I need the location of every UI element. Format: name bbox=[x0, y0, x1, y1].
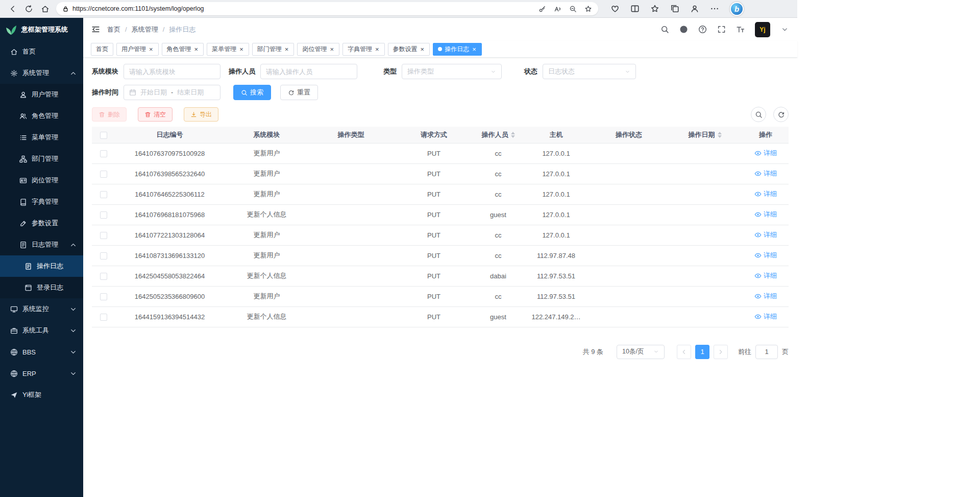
sidebar-item[interactable]: 部门管理 bbox=[0, 148, 83, 170]
url-text[interactable]: https://ccnetcore.com:1101/system/log/op… bbox=[72, 5, 531, 12]
app-logo[interactable]: 意框架管理系统 bbox=[0, 18, 83, 41]
next-page-button[interactable] bbox=[714, 345, 728, 359]
browser-essentials-icon[interactable] bbox=[610, 4, 620, 13]
sidebar-item[interactable]: 日志管理 bbox=[0, 234, 83, 255]
profile-icon[interactable] bbox=[690, 4, 699, 13]
clear-button[interactable]: 清空 bbox=[138, 107, 173, 122]
sidebar-item[interactable]: 用户管理 bbox=[0, 84, 83, 105]
detail-link[interactable]: 详细 bbox=[754, 251, 777, 260]
sidebar-item[interactable]: 角色管理 bbox=[0, 105, 83, 127]
sidebar-item[interactable]: 首页 bbox=[0, 41, 83, 62]
prev-page-button[interactable] bbox=[677, 345, 691, 359]
breadcrumb-item[interactable]: 系统管理 bbox=[132, 25, 158, 34]
favorite-star-icon[interactable] bbox=[584, 5, 592, 13]
detail-link[interactable]: 详细 bbox=[754, 190, 777, 199]
sort-carets-icon[interactable] bbox=[718, 132, 722, 138]
sidebar-item[interactable]: BBS bbox=[0, 341, 83, 363]
column-header[interactable]: 操作人员 bbox=[475, 127, 522, 143]
breadcrumb-item[interactable]: 首页 bbox=[107, 25, 120, 34]
status-select[interactable]: 日志状态 bbox=[543, 64, 636, 79]
fullscreen-icon[interactable] bbox=[717, 25, 726, 34]
collections-icon[interactable] bbox=[670, 4, 679, 13]
close-icon[interactable]: × bbox=[420, 46, 425, 53]
detail-link[interactable]: 详细 bbox=[754, 149, 777, 158]
row-checkbox[interactable] bbox=[100, 191, 107, 198]
operator-input[interactable] bbox=[260, 64, 357, 79]
search-button[interactable]: 搜索 bbox=[233, 85, 271, 100]
table-refresh-button[interactable] bbox=[773, 107, 789, 122]
favorites-bar-icon[interactable] bbox=[650, 4, 659, 13]
address-bar[interactable]: https://ccnetcore.com:1101/system/log/op… bbox=[56, 2, 598, 15]
delete-button[interactable]: 删除 bbox=[92, 107, 127, 122]
sidebar-item[interactable]: 字典管理 bbox=[0, 191, 83, 212]
close-icon[interactable]: × bbox=[329, 46, 334, 53]
sidebar-item[interactable]: 系统工具 bbox=[0, 320, 83, 341]
page-number-button[interactable]: 1 bbox=[695, 345, 709, 359]
sidebar-item[interactable]: 系统监控 bbox=[0, 298, 83, 320]
close-icon[interactable]: × bbox=[375, 46, 380, 53]
browser-home-icon[interactable] bbox=[38, 2, 52, 16]
sidebar-item[interactable]: 操作日志 bbox=[0, 255, 83, 277]
tab[interactable]: 菜单管理× bbox=[207, 43, 249, 56]
row-checkbox[interactable] bbox=[100, 273, 107, 280]
row-checkbox[interactable] bbox=[100, 293, 107, 300]
sort-carets-icon[interactable] bbox=[511, 132, 515, 138]
sidebar-item[interactable]: 登录日志 bbox=[0, 277, 83, 298]
key-icon[interactable] bbox=[538, 5, 546, 13]
tab[interactable]: 岗位管理× bbox=[297, 43, 339, 56]
font-size-icon[interactable] bbox=[736, 25, 745, 34]
reload-icon[interactable] bbox=[21, 2, 36, 16]
table-search-button[interactable] bbox=[751, 107, 766, 122]
tab[interactable]: 角色管理× bbox=[162, 43, 204, 56]
sidebar-item[interactable]: 系统管理 bbox=[0, 62, 83, 84]
detail-link[interactable]: 详细 bbox=[754, 230, 777, 240]
tab[interactable]: 首页 bbox=[91, 43, 113, 56]
row-checkbox[interactable] bbox=[100, 211, 107, 219]
module-input[interactable] bbox=[124, 64, 220, 79]
question-icon[interactable] bbox=[698, 25, 707, 34]
date-range-input[interactable]: 开始日期 - 结束日期 bbox=[124, 85, 220, 100]
zoom-out-icon[interactable] bbox=[569, 5, 577, 13]
detail-link[interactable]: 详细 bbox=[754, 292, 777, 301]
close-icon[interactable]: × bbox=[194, 46, 199, 53]
goto-page-input[interactable] bbox=[755, 345, 778, 359]
more-options-icon[interactable] bbox=[710, 4, 719, 13]
sidebar-item[interactable]: 菜单管理 bbox=[0, 127, 83, 148]
detail-link[interactable]: 详细 bbox=[754, 312, 777, 321]
tab[interactable]: 字典管理× bbox=[342, 43, 385, 56]
tab[interactable]: 部门管理× bbox=[252, 43, 295, 56]
reset-button[interactable]: 重置 bbox=[280, 85, 318, 100]
close-icon[interactable]: × bbox=[239, 46, 244, 53]
copilot-icon[interactable]: b bbox=[730, 2, 744, 16]
read-aloud-icon[interactable] bbox=[554, 5, 561, 13]
column-header[interactable]: 操作日期 bbox=[667, 127, 743, 143]
select-all-checkbox[interactable] bbox=[100, 132, 107, 139]
detail-link[interactable]: 详细 bbox=[754, 169, 777, 178]
caret-down-icon[interactable] bbox=[780, 25, 789, 34]
row-checkbox[interactable] bbox=[100, 314, 107, 321]
split-screen-icon[interactable] bbox=[630, 4, 640, 13]
type-select[interactable]: 操作类型 bbox=[402, 64, 502, 79]
close-icon[interactable]: × bbox=[472, 46, 477, 53]
header-search-icon[interactable] bbox=[660, 25, 669, 34]
fold-menu-icon[interactable] bbox=[91, 25, 100, 34]
avatar[interactable]: Yj bbox=[755, 22, 770, 37]
sidebar-item[interactable]: Yi框架 bbox=[0, 384, 83, 406]
close-icon[interactable]: × bbox=[284, 46, 289, 53]
row-checkbox[interactable] bbox=[100, 150, 107, 157]
row-checkbox[interactable] bbox=[100, 171, 107, 178]
tab[interactable]: 用户管理× bbox=[116, 43, 159, 56]
detail-link[interactable]: 详细 bbox=[754, 271, 777, 280]
row-checkbox[interactable] bbox=[100, 232, 107, 239]
tab[interactable]: 操作日志× bbox=[433, 43, 482, 56]
back-icon[interactable] bbox=[5, 2, 19, 16]
sidebar-item[interactable]: ERP bbox=[0, 363, 83, 384]
tab[interactable]: 参数设置× bbox=[388, 43, 430, 56]
close-icon[interactable]: × bbox=[149, 46, 154, 53]
row-checkbox[interactable] bbox=[100, 252, 107, 259]
sidebar-item[interactable]: 岗位管理 bbox=[0, 170, 83, 191]
detail-link[interactable]: 详细 bbox=[754, 210, 777, 219]
github-icon[interactable] bbox=[679, 25, 688, 34]
export-button[interactable]: 导出 bbox=[184, 107, 218, 122]
sidebar-item[interactable]: 参数设置 bbox=[0, 212, 83, 234]
